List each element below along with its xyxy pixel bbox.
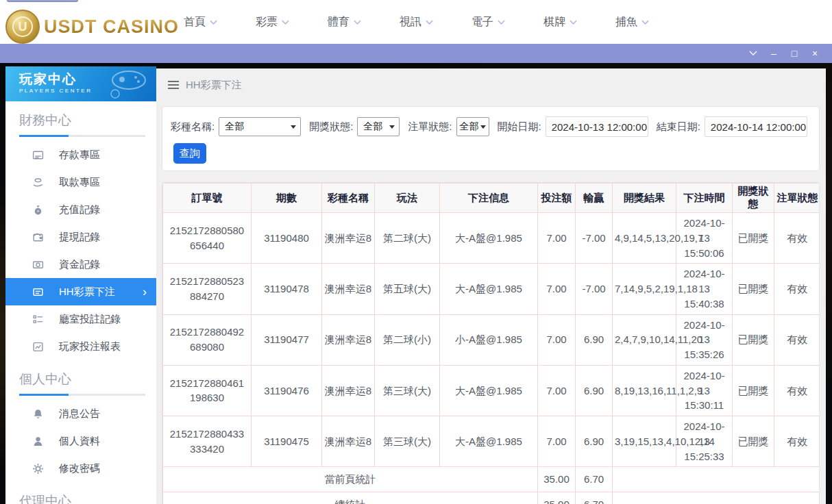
end-date-input[interactable]: 2024-10-14 12:00:00 xyxy=(705,116,807,137)
bell-icon xyxy=(32,407,44,420)
nav-item-label: 視訊 xyxy=(400,15,421,29)
room-bet-record-icon xyxy=(32,313,44,325)
sidebar-item-change-password[interactable]: 修改密碼 xyxy=(5,455,156,482)
recharge-record-icon: + xyxy=(32,203,44,216)
sidebar-item-recharge-record[interactable]: + 充值記錄 xyxy=(5,196,156,223)
col-result: 開獎結果 xyxy=(613,184,676,213)
cell-order-status: 有效 xyxy=(774,264,820,314)
col-bet-info: 下注信息 xyxy=(440,184,538,213)
section-underline xyxy=(19,394,145,396)
cell-order-status: 有效 xyxy=(774,416,820,467)
nav-item-lottery[interactable]: 彩票 xyxy=(256,15,289,29)
cell-draw-status: 已開獎 xyxy=(733,314,774,365)
cell-amount: 7.00 xyxy=(538,213,576,264)
col-period: 期數 xyxy=(252,184,322,213)
nav-item-board-games[interactable]: 棋牌 xyxy=(543,15,577,29)
chevron-down-icon xyxy=(498,20,505,25)
sidebar-item-label: HH彩票下注 xyxy=(59,286,115,299)
bets-table: 訂單號 期數 彩種名稱 玩法 下注信息 投注額 輸贏 開獎結果 下注時間 開獎狀… xyxy=(162,183,820,504)
breadcrumb: HH彩票下注 xyxy=(156,68,826,101)
nav-item-electronic[interactable]: 電子 xyxy=(472,15,505,29)
cell-draw-status: 已開獎 xyxy=(733,416,774,467)
svg-text:+: + xyxy=(36,209,39,214)
window-dropdown-icon[interactable] xyxy=(743,45,763,62)
summary-amount: 35.00 xyxy=(538,492,576,504)
col-order: 訂單號 xyxy=(163,184,252,213)
withdrawal-record-icon xyxy=(32,231,44,243)
order-status-select[interactable]: 全部 xyxy=(456,117,489,136)
cell-result: 2,4,7,9,10,14,11,20 xyxy=(613,314,676,365)
col-draw-status: 開獎狀態 xyxy=(733,184,774,213)
cell-result: 3,19,15,13,4,10,12,14 xyxy=(613,416,676,467)
logo-text: USDT CASINO xyxy=(44,16,179,38)
cell-amount: 7.00 xyxy=(538,365,576,416)
maximize-icon[interactable]: □ xyxy=(784,45,805,62)
select-arrow-icon xyxy=(291,125,296,129)
cell-result: 7,14,9,5,2,19,1,18 xyxy=(613,264,676,314)
sidebar-item-funds-record[interactable]: 資金記錄 xyxy=(5,251,156,278)
cell-period: 31190477 xyxy=(252,314,322,365)
bets-table-card: 訂單號 期數 彩種名稱 玩法 下注信息 投注額 輸贏 開獎結果 下注時間 開獎狀… xyxy=(162,182,820,504)
cell-play: 第二球(大) xyxy=(375,213,440,264)
col-play: 玩法 xyxy=(375,184,440,213)
nav-item-label: 體育 xyxy=(328,15,350,29)
lottery-bet-icon xyxy=(32,286,44,298)
sidebar-item-label: 廳室投註記錄 xyxy=(59,313,121,326)
cell-play: 第二球(小) xyxy=(375,314,440,365)
nav-item-video[interactable]: 視訊 xyxy=(400,15,433,29)
menu-icon[interactable] xyxy=(168,81,179,89)
query-button[interactable]: 查詢 xyxy=(173,143,206,164)
close-icon[interactable]: × xyxy=(805,45,825,62)
cell-result: 8,19,13,16,11,1,2,9 xyxy=(613,365,676,416)
cell-bet: 大-A盤@1.985 xyxy=(440,416,538,467)
cell-draw-status: 已開獎 xyxy=(733,365,774,416)
draw-status-label: 開獎狀態: xyxy=(309,121,353,134)
chevron-down-icon xyxy=(282,20,289,25)
cell-winloss: -7.00 xyxy=(576,264,613,314)
cell-lottery: 澳洲幸运8 xyxy=(322,365,375,416)
cell-bet: 大-A盤@1.985 xyxy=(440,213,538,264)
sidebar-item-bet-report[interactable]: 玩家投注報表 xyxy=(5,333,156,360)
cell-period: 31190480 xyxy=(252,213,322,264)
lottery-name-label: 彩種名稱: xyxy=(171,121,215,134)
sidebar-item-lottery-bet[interactable]: HH彩票下注 › xyxy=(5,278,156,305)
sidebar-item-notice[interactable]: 消息公告 xyxy=(5,400,156,427)
nav-item-sports[interactable]: 體育 xyxy=(328,15,361,29)
draw-status-select[interactable]: 全部 xyxy=(357,117,400,136)
cell-draw-status: 已開獎 xyxy=(733,213,774,264)
sidebar: 玩家中心 PLAYERS CENTER 財務中心 存款專區 取款專區 + 充值記… xyxy=(5,66,156,504)
start-date-input[interactable]: 2024-10-13 12:00:00 xyxy=(546,116,648,137)
cell-play: 第五球(大) xyxy=(375,264,440,314)
section-title-agent: 代理中心 xyxy=(19,492,145,504)
nav-item-label: 首頁 xyxy=(184,15,206,29)
summary-winloss: 6.70 xyxy=(576,467,613,492)
sidebar-item-withdrawal-record[interactable]: 提現記錄 xyxy=(5,223,156,251)
sidebar-item-profile[interactable]: 個人資料 xyxy=(5,427,156,455)
gear-icon xyxy=(32,462,44,475)
cell-period: 31190478 xyxy=(252,264,322,314)
cell-period: 31190476 xyxy=(252,365,322,416)
sidebar-item-withdraw[interactable]: 取款專區 xyxy=(5,168,156,196)
cell-winloss: 6.90 xyxy=(576,365,613,416)
site-logo[interactable]: U USDT CASINO xyxy=(5,10,179,44)
cell-bet: 大-A盤@1.985 xyxy=(440,264,538,314)
nav-item-fishing[interactable]: 捕魚 xyxy=(615,15,649,29)
nav-item-label: 棋牌 xyxy=(543,15,565,29)
cell-lottery: 澳洲幸运8 xyxy=(322,264,375,314)
sidebar-item-room-bet-record[interactable]: 廳室投註記錄 xyxy=(5,305,156,333)
table-row: 2152172880492689080 31190477 澳洲幸运8 第二球(小… xyxy=(163,314,820,365)
sidebar-item-label: 修改密碼 xyxy=(59,462,100,475)
sidebar-item-deposit[interactable]: 存款專區 xyxy=(5,141,156,168)
deposit-icon xyxy=(32,149,44,161)
lottery-name-select[interactable]: 全部 xyxy=(219,117,301,136)
minimize-icon[interactable]: – xyxy=(763,45,784,62)
nav-item-home[interactable]: 首頁 xyxy=(184,15,217,29)
chevron-down-icon xyxy=(354,20,361,25)
chevron-down-icon xyxy=(210,20,217,25)
table-row: 2152172880433333420 31190475 澳洲幸运8 第三球(大… xyxy=(163,416,820,467)
nav-item-label: 電子 xyxy=(472,15,493,29)
sidebar-item-label: 個人資料 xyxy=(59,435,100,448)
cell-result: 4,9,14,5,13,20,19,7 xyxy=(613,213,676,264)
withdraw-icon xyxy=(32,176,44,188)
page-title: HH彩票下注 xyxy=(186,79,242,92)
